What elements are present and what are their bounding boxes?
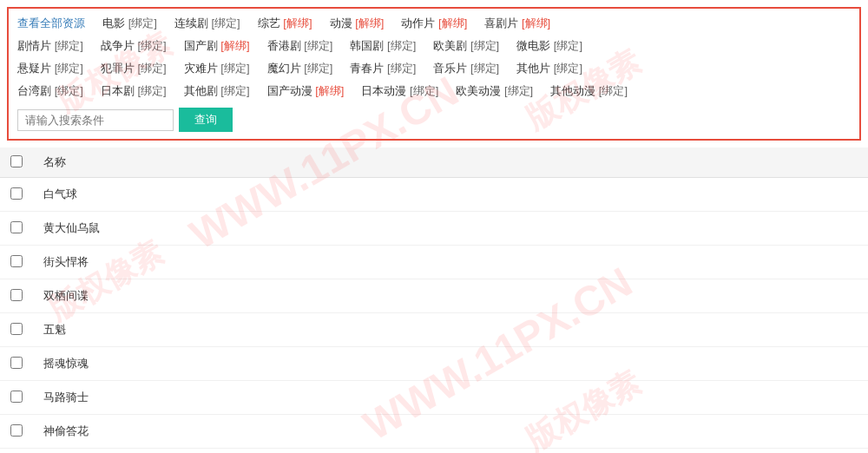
table-row: 五魁 [0,313,868,347]
row-name-cell: 神偷答花 [33,415,868,449]
row-checkbox-cell [0,246,33,279]
filter-taiwan-drama[interactable]: 台湾剧 [绑定] [17,83,83,99]
row-checkbox[interactable] [10,187,23,200]
row-checkbox-cell [0,178,33,212]
filter-domestic-anime[interactable]: 国产动漫 [解绑] [267,83,345,99]
row-checkbox[interactable] [10,221,23,233]
row-name-cell: 街头悍将 [33,246,868,279]
table-row: 马路骑士 [0,381,868,415]
select-all-checkbox[interactable] [10,155,23,167]
filter-other-film[interactable]: 其他片 [绑定] [516,61,582,76]
row-name-cell: 摇魂惊魂 [33,347,868,381]
table-row: 街头悍将 [0,246,868,279]
row-checkbox-cell [0,212,33,246]
filter-war[interactable]: 战争片 [绑定] [101,38,167,54]
row-name-cell: 马路骑士 [33,381,868,415]
filter-series[interactable]: 连续剧 [绑定] [174,16,240,31]
row-checkbox-cell [0,313,33,347]
filter-row-3: 悬疑片 [绑定] 犯罪片 [绑定] 灾难片 [绑定] 魔幻片 [绑定] 青春片 … [17,61,851,80]
search-button[interactable]: 查询 [179,108,233,132]
filter-row-1: 查看全部资源 电影 [绑定] 连续剧 [绑定] 综艺 [解绑] 动漫 [解绑] … [17,16,851,35]
table-row: 双栖间谍 [0,279,868,313]
table-header-row: 名称 [0,148,868,178]
row-name-cell: 双栖间谍 [33,279,868,313]
filter-domestic-drama[interactable]: 国产剧 [解绑] [184,38,250,54]
filter-western-drama[interactable]: 欧美剧 [绑定] [433,38,499,54]
filter-action[interactable]: 动作片 [解绑] [401,16,467,31]
filter-panel: 查看全部资源 电影 [绑定] 连续剧 [绑定] 综艺 [解绑] 动漫 [解绑] … [7,7,861,141]
table-row: 白气球 [0,178,868,212]
filter-short-film[interactable]: 微电影 [绑定] [516,38,582,54]
filter-other-drama[interactable]: 其他剧 [绑定] [184,83,250,99]
table-body: 白气球黄大仙乌鼠街头悍将双栖间谍五魁摇魂惊魂马路骑士神偷答花赌王斗赌后金钱梦大河… [0,178,868,454]
row-name-cell: 五魁 [33,313,868,347]
row-name-cell: 白气球 [33,178,868,212]
filter-variety[interactable]: 综艺 [解绑] [258,16,312,31]
filter-mystery[interactable]: 悬疑片 [绑定] [17,61,83,76]
row-name-cell: 赌王斗赌后 [33,449,868,454]
row-checkbox[interactable] [10,424,23,437]
table-header-checkbox [0,148,33,178]
row-checkbox-cell [0,347,33,381]
filter-row-2: 剧情片 [绑定] 战争片 [绑定] 国产剧 [解绑] 香港剧 [绑定] 韩国剧 … [17,38,851,57]
filter-row-4: 台湾剧 [绑定] 日本剧 [绑定] 其他剧 [绑定] 国产动漫 [解绑] 日本动… [17,83,851,132]
filter-crime[interactable]: 犯罪片 [绑定] [101,61,167,76]
view-all-link[interactable]: 查看全部资源 [17,16,85,31]
row-checkbox-cell [0,415,33,449]
content-table: 名称 白气球黄大仙乌鼠街头悍将双栖间谍五魁摇魂惊魂马路骑士神偷答花赌王斗赌后金钱… [0,148,868,453]
row-checkbox[interactable] [10,357,23,369]
table-row: 摇魂惊魂 [0,347,868,381]
filter-comedy[interactable]: 喜剧片 [解绑] [484,16,550,31]
row-checkbox[interactable] [10,391,23,403]
row-checkbox-cell [0,279,33,313]
row-checkbox[interactable] [10,323,23,335]
filter-korean-drama[interactable]: 韩国剧 [绑定] [350,38,416,54]
filter-animation[interactable]: 动漫 [解绑] [330,16,385,31]
filter-japan-anime[interactable]: 日本动漫 [绑定] [361,83,438,99]
filter-western-anime[interactable]: 欧美动漫 [绑定] [456,83,533,99]
filter-japan-drama[interactable]: 日本剧 [绑定] [101,83,167,99]
filter-hk-drama[interactable]: 香港剧 [绑定] [267,38,333,54]
filter-drama[interactable]: 剧情片 [绑定] [17,38,83,54]
table-header-name: 名称 [33,148,868,178]
search-input[interactable] [17,109,174,131]
row-checkbox-cell [0,449,33,454]
row-checkbox[interactable] [10,289,23,301]
filter-music[interactable]: 音乐片 [绑定] [433,61,499,76]
row-name-cell: 黄大仙乌鼠 [33,212,868,246]
filter-disaster[interactable]: 灾难片 [绑定] [184,61,250,76]
filter-fantasy[interactable]: 魔幻片 [绑定] [267,61,333,76]
row-checkbox[interactable] [10,255,23,267]
row-checkbox-cell [0,381,33,415]
table-row: 黄大仙乌鼠 [0,212,868,246]
filter-other-anime[interactable]: 其他动漫 [绑定] [550,83,628,99]
filter-movie[interactable]: 电影 [绑定] [102,16,157,31]
table-row: 神偷答花 [0,415,868,449]
search-row: 查询 [17,108,233,132]
table-row: 赌王斗赌后 [0,449,868,454]
filter-youth[interactable]: 青春片 [绑定] [350,61,416,76]
